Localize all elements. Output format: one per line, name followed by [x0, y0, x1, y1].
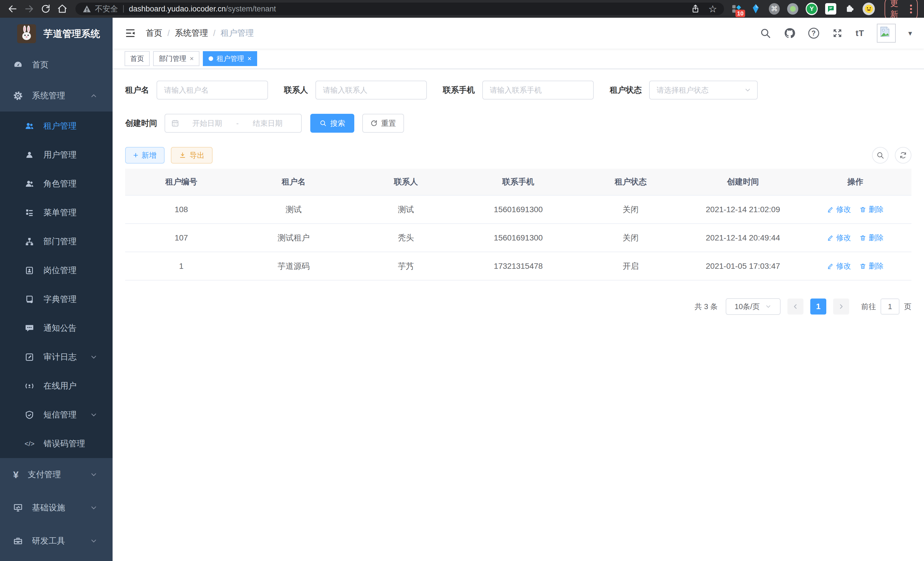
sidebar-item-dict[interactable]: 字典管理 [0, 285, 112, 314]
prev-page-button[interactable] [788, 299, 803, 314]
sidebar-item-label: 首页 [32, 59, 49, 71]
mobile-input[interactable] [482, 81, 594, 99]
browser-reload-icon[interactable] [39, 3, 52, 15]
tab-home[interactable]: 首页 [124, 51, 150, 66]
avatar-broken-image[interactable] [877, 24, 896, 43]
delete-link[interactable]: 删除 [860, 205, 884, 214]
browser-back-icon[interactable] [6, 3, 19, 15]
sidebar-item-departments[interactable]: 部门管理 [0, 227, 112, 256]
sidebar-item-users[interactable]: 用户管理 [0, 140, 112, 169]
refresh-table-button[interactable] [895, 147, 911, 164]
delete-link[interactable]: 删除 [860, 233, 884, 243]
org-chart-icon [25, 237, 34, 247]
tab-departments[interactable]: 部门管理 × [153, 51, 200, 66]
cell-tenant-id: 1 [125, 252, 237, 280]
sidebar-item-roles[interactable]: 角色管理 [0, 169, 112, 198]
sidebar-item-audit-log[interactable]: 审计日志 [0, 343, 112, 371]
pagination: 共 3 条 10条/页 1 前往 页 [125, 298, 911, 315]
col-actions: 操作 [799, 169, 911, 195]
page-size-select[interactable]: 10条/页 [726, 298, 781, 315]
close-icon[interactable]: × [190, 55, 194, 63]
sidebar-item-posts[interactable]: 岗位管理 [0, 256, 112, 285]
tab-tenants[interactable]: 租户管理 × [203, 51, 257, 66]
comment-icon [25, 323, 34, 333]
delete-label: 删除 [868, 261, 884, 271]
avatar-dropdown-caret-icon[interactable]: ▾ [908, 29, 912, 38]
reset-button[interactable]: 重置 [362, 114, 404, 133]
chevron-down-icon [744, 86, 752, 94]
url-host: dashboard.yudao.iocoder.cn [129, 5, 226, 14]
current-page-button[interactable]: 1 [810, 299, 826, 314]
sidebar-item-home[interactable]: 首页 [0, 50, 112, 80]
sidebar-item-label: 部门管理 [44, 236, 76, 247]
status-select[interactable]: 请选择租户状态 [649, 81, 758, 99]
sidebar-item-online-users[interactable]: 在线用户 [0, 371, 112, 400]
delete-link[interactable]: 删除 [860, 261, 884, 271]
trash-icon [860, 235, 866, 241]
bookmark-star-icon[interactable]: ☆ [708, 4, 717, 14]
date-range-picker[interactable]: 开始日期 - 结束日期 [165, 114, 302, 133]
toggle-search-button[interactable] [872, 147, 889, 164]
breadcrumb-system[interactable]: 系统管理 [175, 27, 208, 39]
sidebar-item-infrastructure[interactable]: 基础设施 [0, 491, 112, 524]
contact-input[interactable] [315, 81, 427, 99]
search-button-label: 搜索 [330, 118, 345, 128]
edit-link[interactable]: 修改 [827, 233, 851, 243]
search-button[interactable]: 搜索 [310, 114, 354, 133]
sidebar-item-menus[interactable]: 菜单管理 [0, 198, 112, 227]
tenant-name-input[interactable] [157, 81, 268, 99]
cell-contact: 秃头 [350, 224, 462, 252]
not-secure-warning-icon[interactable] [82, 4, 92, 14]
extension-emoji-icon[interactable] [862, 3, 874, 15]
close-icon[interactable]: × [248, 55, 251, 63]
sidebar-item-notices[interactable]: 通知公告 [0, 314, 112, 343]
sidebar-item-label: 通知公告 [44, 323, 76, 334]
trash-icon [860, 263, 866, 270]
goto-page-input[interactable] [880, 299, 899, 314]
breadcrumb-current: 租户管理 [220, 27, 254, 39]
table-row: 107 测试租户 秃头 15601691300 关闭 2021-12-14 20… [125, 224, 911, 252]
breadcrumb-home[interactable]: 首页 [146, 27, 162, 39]
cell-created: 2021-01-05 17:03:47 [687, 252, 799, 280]
sidebar: 芋道管理系统 首页 系统管理 租户管理 用户管理 角色管理 菜单管理 [0, 18, 112, 561]
sidebar-fold-icon[interactable] [124, 27, 136, 39]
sidebar-item-dev-tools[interactable]: 研发工具 [0, 524, 112, 558]
edit-link[interactable]: 修改 [827, 205, 851, 214]
top-navbar: 首页 / 系统管理 / 租户管理 ? tT ▾ [112, 18, 924, 49]
sidebar-item-sms[interactable]: 短信管理 [0, 400, 112, 429]
fullscreen-icon[interactable] [832, 27, 843, 39]
edit-link[interactable]: 修改 [827, 261, 851, 271]
extension-y-icon[interactable]: Y [806, 3, 818, 15]
create-time-label: 创建时间 [125, 118, 157, 129]
browser-forward-icon[interactable] [23, 3, 35, 15]
sidebar-item-label: 字典管理 [44, 294, 76, 305]
help-icon[interactable]: ? [808, 28, 819, 39]
export-button-label: 导出 [190, 150, 205, 160]
share-icon[interactable] [691, 4, 700, 14]
export-button[interactable]: 导出 [171, 147, 213, 164]
next-page-button[interactable] [833, 299, 849, 314]
extension-cmd-icon[interactable]: ⌘ [769, 3, 780, 15]
browser-menu-icon[interactable] [910, 5, 912, 14]
font-size-icon[interactable]: tT [856, 28, 864, 38]
extension-kite-icon[interactable] [750, 3, 761, 15]
broadcast-user-icon [25, 381, 34, 391]
shield-check-icon [25, 410, 34, 420]
status-label: 租户状态 [610, 85, 642, 96]
extension-recorder-icon[interactable] [787, 3, 798, 15]
sidebar-item-error-codes[interactable]: </> 错误码管理 [0, 429, 112, 458]
sidebar-item-system[interactable]: 系统管理 [0, 80, 112, 111]
header-search-icon[interactable] [760, 27, 771, 39]
add-button[interactable]: + 新增 [125, 147, 165, 164]
sidebar-item-payments[interactable]: ¥ 支付管理 [0, 458, 112, 491]
address-bar[interactable]: 不安全 dashboard.yudao.iocoder.cn/system/te… [75, 3, 724, 15]
extension-tabs-icon[interactable]: 10 [731, 3, 742, 15]
download-icon [179, 152, 186, 159]
extension-chat-icon[interactable] [825, 3, 836, 15]
dictionary-icon [25, 295, 34, 304]
extension-puzzle-icon[interactable] [844, 3, 855, 15]
browser-home-icon[interactable] [56, 3, 69, 15]
github-icon[interactable] [784, 27, 796, 39]
sidebar-item-label: 岗位管理 [44, 265, 76, 276]
sidebar-item-tenant[interactable]: 租户管理 [0, 111, 112, 140]
